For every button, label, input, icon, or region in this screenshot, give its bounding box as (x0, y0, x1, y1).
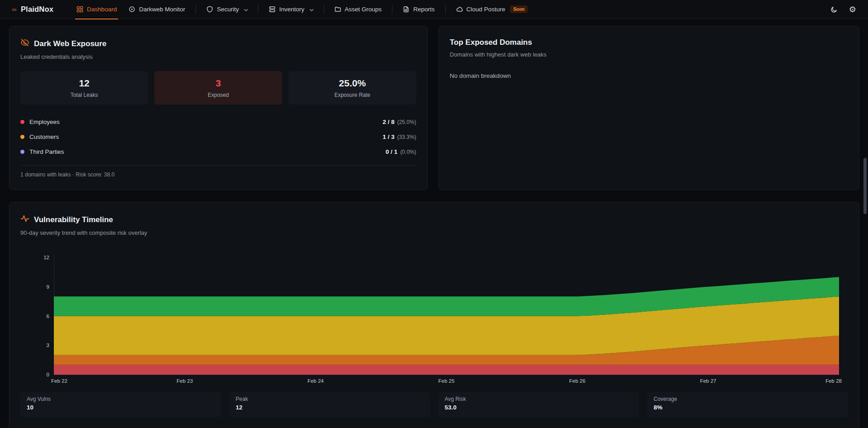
stat-label: Total Leaks (71, 92, 98, 98)
stat-box-total-leaks: 12 Total Leaks (20, 71, 148, 105)
file-icon (403, 6, 410, 13)
dashboard-icon (76, 6, 83, 13)
card-title: Vulnerability Timeline (34, 215, 113, 224)
server-icon (269, 6, 276, 13)
summary-stat-avg-vulns: Avg Vulns 10 (20, 392, 221, 417)
category-percent: (0.0%) (400, 149, 416, 155)
stat-label: Exposure Rate (334, 92, 370, 98)
exposure-breakdown: Employees 2 / 8 (25.0%) Customers 1 / 3 … (20, 114, 416, 159)
stat-label: Exposed (208, 92, 229, 98)
nav-item-dashboard[interactable]: Dashboard (71, 0, 123, 19)
brand: ∞ PlaidNox (12, 5, 53, 14)
eye-off-icon (20, 38, 29, 49)
category-dot (20, 120, 24, 124)
summary-stat-label: Coverage (653, 396, 842, 402)
category-value: 1 / 3 (382, 133, 394, 140)
nav-item-label: Darkweb Monitor (139, 6, 185, 13)
nav-item-reports[interactable]: Reports (397, 0, 440, 19)
vulnerability-timeline-chart: 036912Feb 22Feb 23Feb 24Feb 25Feb 26Feb … (20, 243, 848, 386)
breakdown-row-customers: Customers 1 / 3 (33.3%) (20, 129, 416, 144)
timeline-summary-stats: Avg Vulns 10Peak 12Avg Risk 53.0Coverage… (20, 392, 848, 417)
exposure-stats: 12 Total Leaks3 Exposed25.0% Exposure Ra… (20, 71, 416, 105)
folder-icon (334, 6, 341, 13)
nav-item-darkweb-monitor[interactable]: Darkweb Monitor (123, 0, 191, 19)
nav-item-inventory[interactable]: Inventory (263, 0, 319, 19)
card-title-row: Top Exposed Domains (450, 38, 848, 47)
category-label: Customers (29, 133, 59, 140)
card-title: Top Exposed Domains (450, 38, 532, 47)
category-label: Third Parties (29, 148, 64, 155)
dark-web-exposure-card: Dark Web Exposure Leaked credentials ana… (9, 26, 428, 190)
vertical-scrollbar-thumb[interactable] (863, 158, 867, 214)
x-tick-label: Feb 22 (51, 378, 67, 384)
area-critical (54, 365, 839, 375)
x-tick-label: Feb 23 (176, 378, 193, 384)
nav-item-label: Cloud Posture (467, 6, 506, 13)
summary-stat-coverage: Coverage 8% (647, 392, 848, 417)
gear-icon[interactable]: ⚙ (849, 5, 856, 14)
nav-item-asset-groups[interactable]: Asset Groups (329, 0, 388, 19)
nav-item-cloud-posture[interactable]: Cloud PostureSoon (450, 0, 534, 19)
empty-state-message: No domain breakdown (450, 72, 848, 79)
summary-stat-label: Avg Vulns (27, 396, 215, 402)
x-tick-label: Feb 27 (700, 378, 716, 384)
category-label: Employees (29, 119, 60, 125)
stat-value: 25.0% (339, 78, 366, 89)
y-tick-label: 3 (47, 342, 49, 348)
stat-box-exposure-rate: 25.0% Exposure Rate (288, 71, 416, 105)
x-tick-label: Feb 28 (825, 378, 842, 384)
nav-divider (392, 5, 392, 14)
chevron-down-icon (308, 7, 313, 12)
nav-divider (445, 5, 446, 14)
y-tick-label: 12 (43, 255, 49, 260)
card-subtitle: Leaked credentials analysis (20, 53, 416, 60)
nav-item-label: Inventory (279, 6, 305, 13)
stat-value: 3 (216, 78, 221, 89)
summary-stat-value: 53.0 (445, 404, 633, 411)
soon-badge: Soon (510, 5, 528, 13)
cloud-icon (456, 6, 463, 13)
chevron-down-icon (243, 7, 248, 12)
breakdown-row-third-parties: Third Parties 0 / 1 (0.0%) (20, 144, 416, 159)
card-title: Dark Web Exposure (34, 39, 106, 48)
category-dot (20, 150, 24, 154)
activity-icon (20, 214, 29, 225)
moon-icon[interactable] (830, 6, 838, 13)
shield-icon (206, 6, 213, 13)
y-tick-label: 0 (47, 372, 49, 377)
nav-item-security[interactable]: Security (200, 0, 253, 19)
nav-right: ⚙ (830, 5, 856, 14)
summary-stat-peak: Peak 12 (229, 392, 430, 417)
vulnerability-timeline-card: Vulnerability Timeline 90-day severity t… (9, 202, 859, 428)
card-subtitle: 90-day severity trend with composite ris… (20, 229, 848, 236)
top-exposed-domains-card: Top Exposed Domains Domains with highest… (439, 26, 859, 190)
top-nav: ∞ PlaidNox DashboardDarkweb MonitorSecur… (0, 0, 868, 19)
nav-divider (258, 5, 258, 14)
category-percent: (25.0%) (397, 119, 416, 125)
eye-icon (129, 6, 135, 13)
summary-stat-value: 12 (236, 404, 424, 411)
x-tick-label: Feb 25 (439, 378, 455, 384)
nav-divider (196, 5, 196, 14)
brand-name: PlaidNox (21, 5, 53, 14)
summary-stat-value: 10 (27, 404, 215, 411)
summary-stat-label: Peak (236, 396, 424, 402)
main-content: Dark Web Exposure Leaked credentials ana… (0, 19, 868, 428)
card-title-row: Vulnerability Timeline (20, 214, 848, 225)
x-tick-label: Feb 24 (307, 378, 324, 384)
summary-stat-avg-risk: Avg Risk 53.0 (439, 392, 639, 417)
summary-stat-value: 8% (653, 404, 842, 411)
category-percent: (33.3%) (397, 134, 416, 140)
exposure-footer: 1 domains with leaks · Risk score: 38.0 (20, 165, 416, 178)
y-tick-label: 9 (47, 284, 49, 290)
stat-box-exposed: 3 Exposed (154, 71, 282, 105)
brand-logo-icon: ∞ (12, 6, 17, 13)
nav-item-label: Dashboard (87, 6, 117, 13)
summary-stat-label: Avg Risk (445, 396, 633, 402)
category-dot (20, 135, 24, 139)
y-tick-label: 6 (47, 314, 49, 319)
card-title-row: Dark Web Exposure (20, 38, 416, 49)
category-value: 2 / 8 (382, 119, 394, 125)
nav-divider (324, 5, 324, 14)
nav-item-label: Reports (413, 6, 434, 13)
